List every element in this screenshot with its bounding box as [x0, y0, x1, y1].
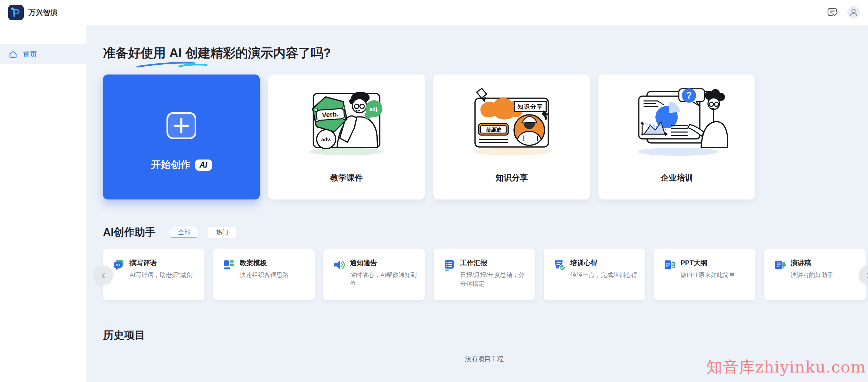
painting-history-text: 绘画史	[486, 127, 501, 132]
start-creating-card[interactable]: 开始创作 AI	[103, 75, 260, 199]
ppt-outline-icon: P	[664, 259, 675, 271]
svg-text:P: P	[666, 262, 670, 268]
ai-badge: AI	[195, 160, 212, 171]
scenario-card-training[interactable]: ? 企业培训	[598, 75, 755, 199]
assistant-card-desc: 日报/月报/年度总结，分分钟搞定	[460, 271, 528, 288]
training-illustration: ?	[623, 84, 731, 157]
assistant-cards-row: ‹ › 撰写评语 AI写评语，助老师“减负” 教案模板	[103, 249, 868, 300]
question-mark: ?	[686, 90, 692, 101]
assistant-card-title: 培训心得	[570, 258, 637, 268]
assistant-tabs: 全部 热门	[170, 227, 236, 238]
training-notes-icon	[554, 259, 565, 271]
tab-all[interactable]: 全部	[170, 227, 198, 238]
assistant-card-ppt-outline[interactable]: P PPT大纲 做PPT原来如此简单	[654, 249, 755, 300]
app-title: 万兴智演	[28, 8, 58, 17]
hero-cards-row: 开始创作 AI	[103, 75, 868, 199]
sidebar-item-label: 首页	[23, 49, 37, 59]
assistant-card-title: 撰写评语	[130, 258, 194, 268]
feedback-icon[interactable]	[827, 7, 838, 18]
scenario-card-label: 知识分享	[433, 172, 590, 183]
adv-tag: adv.	[321, 136, 331, 142]
adj-tag: adj.	[369, 106, 379, 112]
scenario-card-knowledge[interactable]: 知识分享 绘画史 知识分享	[433, 75, 590, 199]
tab-hot[interactable]: 热门	[208, 227, 236, 238]
main-content: 准备好使用 AI 创建精彩的演示内容了吗? 开始创作 AI	[87, 25, 868, 382]
assistant-card-title: 通知通告	[350, 258, 417, 268]
topbar: P 万兴智演	[0, 0, 868, 25]
work-report-icon	[443, 259, 455, 271]
assistant-card-title: 工作汇报	[460, 258, 528, 268]
assistant-section-header: AI创作助手 全部 热门	[103, 225, 868, 239]
assistant-card-work-report[interactable]: 工作汇报 日报/月报/年度总结，分分钟搞定	[434, 249, 535, 300]
verb-tag: Verb.	[322, 110, 339, 119]
sidebar: 首页	[0, 25, 87, 382]
assistant-card-speech-draft[interactable]: 演讲稿 演讲者的好助手	[764, 249, 866, 300]
assistant-card-desc: 快速组织备课思路	[240, 271, 289, 279]
speech-draft-icon	[774, 259, 786, 271]
lesson-template-icon	[223, 259, 235, 271]
plus-icon	[166, 112, 196, 139]
assistant-card-desc: 轻轻一点，完成培训心得	[570, 271, 637, 279]
scenario-card-label: 教学课件	[268, 172, 425, 183]
ai-underline-swoosh	[136, 61, 209, 69]
knowledge-illustration: 知识分享 绘画史	[457, 84, 566, 157]
assistant-card-desc: 演讲者的好助手	[791, 271, 833, 279]
scenario-card-label: 企业培训	[598, 172, 755, 183]
assistant-card-title: 演讲稿	[791, 258, 833, 268]
history-section-title: 历史项目	[103, 328, 868, 342]
assistant-section-title: AI创作助手	[103, 225, 156, 239]
start-creating-label: 开始创作	[151, 158, 191, 172]
teaching-illustration: Verb. adv. adj.	[292, 84, 401, 157]
assistant-card-desc: AI写评语，助老师“减负”	[130, 271, 194, 279]
scenario-card-teaching[interactable]: Verb. adv. adj. 教学课件	[268, 75, 425, 199]
scroll-left-button[interactable]: ‹	[94, 266, 113, 284]
topbar-actions	[827, 6, 860, 19]
comment-icon	[113, 259, 124, 271]
assistant-card-announcement[interactable]: 通知通告 省时省心，AI帮你通知到位	[323, 249, 425, 300]
sidebar-item-home[interactable]: 首页	[0, 44, 86, 64]
assistant-card-title: 教案模板	[240, 258, 289, 268]
page-title: 准备好使用 AI 创建精彩的演示内容了吗?	[103, 45, 331, 62]
app-logo-icon[interactable]: P	[8, 5, 24, 20]
knowledge-banner-text: 知识分享	[517, 103, 543, 110]
user-avatar[interactable]	[847, 6, 860, 19]
assistant-card-training-notes[interactable]: 培训心得 轻轻一点，完成培训心得	[544, 249, 645, 300]
watermark: 知音库zhiyinku.com	[706, 357, 866, 378]
assistant-card-title: PPT大纲	[680, 258, 735, 268]
announcement-icon	[333, 259, 345, 271]
assistant-card-comment[interactable]: 撰写评语 AI写评语，助老师“减负”	[103, 249, 204, 300]
home-icon	[9, 50, 17, 59]
assistant-card-desc: 做PPT原来如此简单	[680, 271, 735, 279]
assistant-card-lesson-template[interactable]: 教案模板 快速组织备课思路	[213, 249, 315, 300]
assistant-card-desc: 省时省心，AI帮你通知到位	[350, 271, 417, 288]
